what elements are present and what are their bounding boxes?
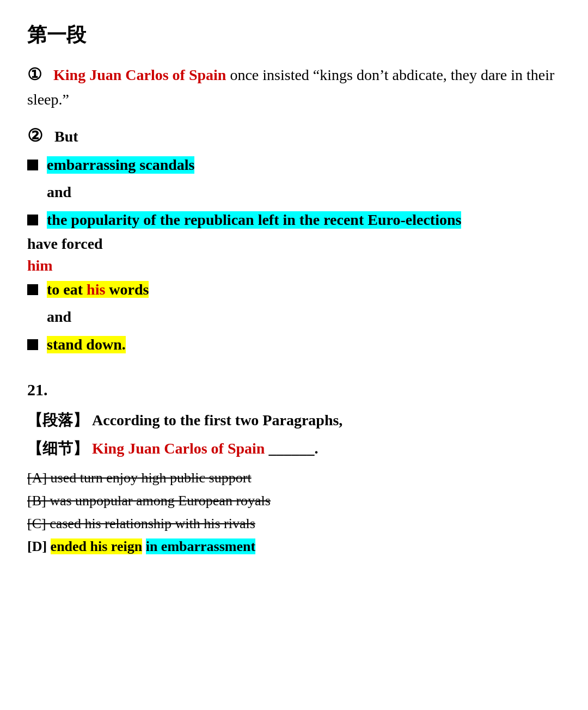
- bullet3-post: words: [105, 281, 149, 298]
- answer-a: [A] used turn enjoy high public support: [27, 470, 561, 486]
- answer-d-mid: [142, 538, 146, 554]
- question-xi-label: 【细节】 King Juan Carlos of Spain ______.: [27, 438, 561, 459]
- bullet-square-4: [27, 339, 38, 350]
- bullet-square-2: [27, 215, 38, 225]
- xi-bracket: 【细节】: [27, 440, 88, 457]
- question-number: 21.: [27, 381, 561, 399]
- section-title: 第一段: [27, 22, 561, 48]
- bullet-item-3: to eat his words: [27, 281, 561, 298]
- have-forced-text: have forced: [27, 235, 561, 253]
- and-1: and: [47, 180, 561, 205]
- answer-d-highlight1: ended his reign: [51, 538, 143, 554]
- circle-num-1: ①: [27, 65, 42, 83]
- bullet3-red: his: [87, 281, 105, 298]
- bullet-text-3: to eat his words: [47, 281, 149, 298]
- and-2: and: [47, 305, 561, 329]
- answer-d: [D] ended his reign in embarrassment: [27, 538, 561, 555]
- bullet-text-4: stand down.: [47, 336, 126, 353]
- bullet3-pre: to eat: [47, 281, 87, 298]
- answer-d-highlight2: in embarrassment: [146, 538, 255, 554]
- but-label: But: [54, 128, 78, 145]
- him-text: him: [27, 257, 561, 274]
- bullet-square-1: [27, 160, 38, 170]
- duan-text: According to the first two Paragraphs,: [92, 412, 342, 429]
- paragraph-2-but: ② But: [27, 122, 561, 150]
- bullet-item-4: stand down.: [27, 336, 561, 353]
- answer-b: [B] was unpopular among European royals: [27, 493, 561, 509]
- circle-num-2: ②: [27, 126, 43, 145]
- paragraph-1: ① King Juan Carlos of Spain once insiste…: [27, 62, 561, 112]
- bullet-item-2: the popularity of the republican left in…: [27, 211, 561, 229]
- answer-d-prefix: [D]: [27, 538, 51, 554]
- answer-c: [C] cased his relationship with his riva…: [27, 516, 561, 532]
- question-blank: ______.: [268, 440, 318, 457]
- king-juan-name-2: King Juan Carlos of Spain: [92, 440, 265, 457]
- bullet-square-3: [27, 284, 38, 295]
- bullet-text-2: the popularity of the republican left in…: [47, 211, 461, 229]
- bullet-text-1: embarrassing scandals: [47, 156, 194, 174]
- bullet-item-1: embarrassing scandals: [27, 156, 561, 174]
- king-juan-name-1: King Juan Carlos of Spain: [53, 66, 226, 83]
- duan-bracket: 【段落】: [27, 412, 88, 429]
- question-duan-label: 【段落】 According to the first two Paragrap…: [27, 410, 561, 431]
